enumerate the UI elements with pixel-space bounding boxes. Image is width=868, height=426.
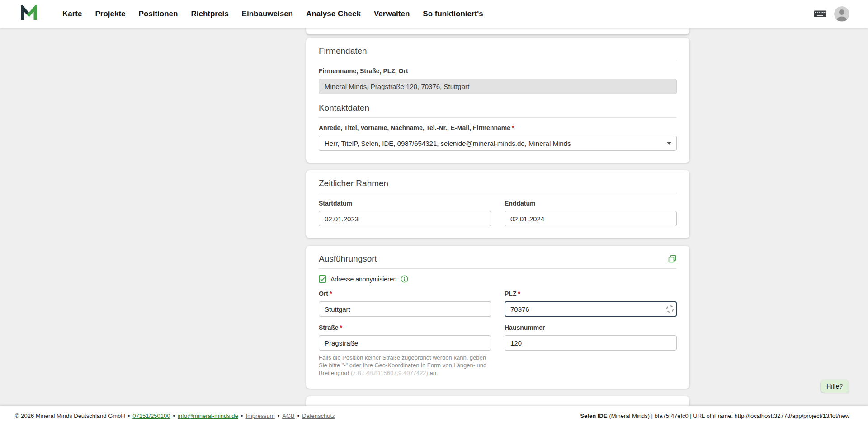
hausnummer-field: Hausnummer [505,324,677,351]
keyboard-icon[interactable] [813,9,827,19]
loading-spinner-icon [666,305,674,313]
strasse-hint: Falls die Position keiner Straße zugeord… [319,354,491,377]
nav-item-richtpreis[interactable]: Richtpreis [191,9,228,19]
email-link[interactable]: info@mineral-minds.de [178,412,238,419]
phone-link[interactable]: 07151/250100 [132,412,170,419]
chevron-down-icon [667,142,671,145]
previous-card-fragment [306,28,689,34]
firmendaten-card: Firmendaten Firmenname, Straße, PLZ, Ort… [306,38,689,163]
ausfuehrungsort-card: Ausführungsort Adresse anonymisieren [306,246,689,389]
ausfuehrungsort-title: Ausführungsort [319,254,377,264]
plz-label: PLZ* [505,290,677,297]
top-navbar: Karte Projekte Positionen Richtpreis Ein… [0,0,868,28]
hausnummer-input[interactable] [505,335,677,351]
strasse-label: Straße* [319,324,491,331]
footer-left: © 2026 Mineral Minds Deutschland GmbH • … [15,406,335,426]
footer-separator: • [128,412,130,419]
enddatum-input[interactable] [505,211,677,226]
nav-right-actions [813,0,849,28]
ide-name: Selen IDE [580,412,607,419]
startdatum-field: Startdatum [319,200,491,226]
help-button[interactable]: Hilfe? [821,380,849,393]
ort-field: Ort* [319,290,491,317]
ort-label: Ort* [319,290,491,297]
checkmark-icon [320,277,325,281]
hausnummer-label: Hausnummer [505,324,677,331]
company-input [319,79,677,94]
anonymize-row: Adresse anonymisieren [319,275,677,283]
strasse-field: Straße* Falls die Position keiner Straße… [319,324,491,377]
nav-item-positionen[interactable]: Positionen [139,9,178,19]
copy-icon[interactable] [668,254,677,263]
zeitlicher-rahmen-card: Zeitlicher Rahmen Startdatum Enddatum [306,170,689,238]
footer-separator: • [241,412,243,419]
contact-label: Anrede, Titel, Vorname, Nachname, Tel.-N… [319,124,677,131]
required-marker: * [512,124,514,131]
datenschutz-link[interactable]: Datenschutz [302,412,335,419]
kontaktdaten-title: Kontaktdaten [319,103,677,118]
avatar-icon [834,6,849,22]
firmendaten-title: Firmendaten [319,46,677,61]
agb-link[interactable]: AGB [282,412,294,419]
required-marker: * [330,290,332,297]
contact-select[interactable]: Herr, TitelP, Selen, IDE, 0987/654321, s… [319,136,677,151]
footer-debug-info: Selen IDE (Mineral Minds) | bfa75f47efc0… [580,406,849,426]
footer: © 2026 Mineral Minds Deutschland GmbH • … [0,406,868,426]
nav-item-karte[interactable]: Karte [62,9,82,19]
footer-separator: • [278,412,280,419]
anonymize-checkbox[interactable] [319,275,326,283]
copyright-text: © 2026 Mineral Minds Deutschland GmbH [15,412,125,419]
impressum-link[interactable]: Impressum [245,412,274,419]
ort-input[interactable] [319,301,491,317]
logo-icon [20,5,38,23]
nav-item-einbauweisen[interactable]: Einbauweisen [242,9,293,19]
nav-item-analyse-check[interactable]: Analyse Check [306,9,361,19]
company-label: Firmenname, Straße, PLZ, Ort [319,67,677,75]
app-logo[interactable] [20,5,38,23]
required-marker: * [518,290,520,297]
ide-details: (Mineral Minds) | bfa75f47efc0 | URL of … [609,412,849,419]
nav-item-verwalten[interactable]: Verwalten [374,9,410,19]
anonymize-label: Adresse anonymisieren [330,276,396,283]
strasse-input[interactable] [319,335,491,351]
nav-item-projekte[interactable]: Projekte [95,9,125,19]
startdatum-input[interactable] [319,211,491,226]
footer-separator: • [297,412,300,419]
contact-select-value: Herr, TitelP, Selen, IDE, 0987/654321, s… [325,140,571,147]
info-icon[interactable] [401,275,408,283]
startdatum-label: Startdatum [319,200,491,207]
ausfuehrungsort-header: Ausführungsort [319,254,677,269]
zeitlicher-rahmen-title: Zeitlicher Rahmen [319,178,677,193]
form-content: Firmendaten Firmenname, Straße, PLZ, Ort… [306,28,689,407]
nav-item-so-funktionierts[interactable]: So funktioniert's [423,9,483,19]
required-marker: * [340,324,342,331]
footer-separator: • [173,412,175,419]
plz-field: PLZ* [505,290,677,317]
user-avatar[interactable] [834,6,849,22]
plz-input[interactable] [505,301,677,317]
enddatum-field: Enddatum [505,200,677,226]
main-nav: Karte Projekte Positionen Richtpreis Ein… [62,0,483,28]
enddatum-label: Enddatum [505,200,677,207]
